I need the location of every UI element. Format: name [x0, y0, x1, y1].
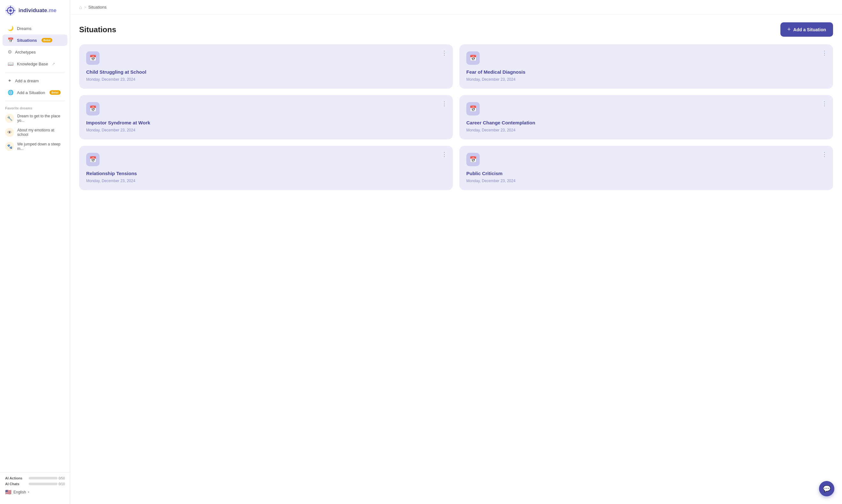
chevron-down-icon: ▾ [28, 490, 29, 494]
eye-icon: 👁 [5, 128, 14, 137]
ai-actions-progress-bar [29, 477, 57, 480]
add-situation-button-label: Add a Situation [793, 27, 826, 32]
card-menu-icon[interactable]: ⋮ [441, 151, 447, 157]
page-title: Situations [79, 25, 116, 34]
situation-card-4[interactable]: 📅 ⋮ Career Change Contemplation Monday, … [459, 95, 833, 139]
favorite-item-2[interactable]: 👁 About my emotions at school [0, 125, 70, 139]
add-dream-action[interactable]: ✦ Add a dream [3, 75, 67, 87]
language-selector[interactable]: 🇺🇸 English ▾ [5, 489, 65, 495]
ai-chats-value: 0/10 [59, 482, 65, 486]
card-date: Monday, December 23, 2024 [86, 77, 446, 82]
card-menu-icon[interactable]: ⋮ [822, 50, 827, 56]
situation-card-6[interactable]: 📅 ⋮ Public Criticism Monday, December 23… [459, 146, 833, 190]
archetypes-icon: ⚙ [8, 49, 12, 55]
plus-icon: + [787, 26, 791, 33]
ai-actions-label: AI Actions [5, 476, 22, 480]
sidebar-item-archetypes-label: Archetypes [15, 50, 36, 55]
add-situation-beta-badge: Beta! [50, 90, 60, 95]
card-date: Monday, December 23, 2024 [466, 128, 826, 132]
paw-icon: 🐾 [5, 142, 14, 151]
breadcrumb-separator: > [84, 5, 87, 10]
calendar-card-icon: 📅 [470, 105, 476, 112]
sidebar-item-dreams[interactable]: 🌙 Dreams [3, 23, 67, 34]
page-header: Situations + Add a Situation [79, 22, 833, 37]
situation-card-3[interactable]: 📅 ⋮ Impostor Syndrome at Work Monday, De… [79, 95, 453, 139]
main-content: ⌂ > Situations Situations + Add a Situat… [70, 0, 842, 504]
add-dream-label: Add a dream [15, 78, 39, 83]
favorites-section-label: Favorite dreams [0, 104, 70, 111]
ai-chats-label: AI Chats [5, 482, 19, 486]
calendar-card-icon: 📅 [89, 55, 97, 61]
calendar-icon: 📅 [8, 37, 14, 43]
add-situation-action[interactable]: 🌐 Add a Situation Beta! [3, 87, 67, 98]
card-icon-wrap: 📅 [466, 153, 480, 166]
calendar-card-icon: 📅 [470, 55, 476, 61]
favorite-item-1[interactable]: 🔧 Dream to get to the place yo... [0, 111, 70, 125]
book-icon: 📖 [8, 61, 14, 67]
card-title: Impostor Syndrome at Work [86, 120, 446, 125]
moon-icon: 🌙 [8, 25, 14, 31]
add-situation-label: Add a Situation [17, 90, 45, 95]
card-title: Relationship Tensions [86, 170, 446, 176]
card-date: Monday, December 23, 2024 [466, 77, 826, 82]
home-icon[interactable]: ⌂ [79, 4, 82, 10]
logo-text: individuate.me [18, 7, 56, 14]
card-menu-icon[interactable]: ⋮ [822, 101, 827, 107]
ai-chats-row: AI Chats 0/10 [5, 482, 65, 486]
sidebar-item-archetypes[interactable]: ⚙ Archetypes [3, 46, 67, 58]
favorite-item-1-label: Dream to get to the place yo... [17, 114, 65, 123]
calendar-card-icon: 📅 [470, 156, 476, 163]
flag-icon: 🇺🇸 [5, 489, 12, 495]
card-icon-wrap: 📅 [466, 102, 480, 115]
card-icon-wrap: 📅 [466, 51, 480, 65]
sidebar-bottom: AI Actions 0/50 AI Chats 0/10 🇺🇸 English… [0, 472, 70, 499]
card-icon-wrap: 📅 [86, 153, 100, 166]
language-label: English [13, 490, 26, 494]
logo[interactable]: individuate.me [0, 5, 70, 22]
breadcrumb-current: Situations [88, 5, 107, 10]
sidebar-item-knowledge-base[interactable]: 📖 Knowledge Base ↗ [3, 58, 67, 70]
beta-badge: Beta! [41, 38, 53, 42]
ai-chats-progress-bar [29, 483, 57, 485]
favorite-item-2-label: About my emotions at school [17, 128, 65, 137]
card-title: Child Struggling at School [86, 69, 446, 75]
sidebar-item-situations[interactable]: 📅 Situations Beta! [3, 34, 67, 46]
card-date: Monday, December 23, 2024 [466, 179, 826, 183]
card-date: Monday, December 23, 2024 [86, 179, 446, 183]
add-dream-icon: ✦ [8, 78, 12, 84]
chat-fab[interactable]: 💬 [819, 481, 834, 496]
sidebar-item-knowledge-base-label: Knowledge Base [17, 61, 48, 66]
situation-card-2[interactable]: 📅 ⋮ Fear of Medical Diagnosis Monday, De… [459, 44, 833, 89]
card-icon-wrap: 📅 [86, 102, 100, 115]
ai-actions-value: 0/50 [59, 476, 65, 480]
sidebar-item-situations-label: Situations [17, 38, 37, 43]
card-menu-icon[interactable]: ⋮ [822, 151, 827, 157]
nav-divider [5, 72, 65, 72]
chat-icon: 💬 [823, 485, 831, 492]
external-link-icon: ↗ [52, 62, 55, 66]
wrench-icon: 🔧 [5, 114, 14, 123]
situation-card-5[interactable]: 📅 ⋮ Relationship Tensions Monday, Decemb… [79, 146, 453, 190]
favorites-divider [5, 101, 65, 101]
sidebar-item-dreams-label: Dreams [17, 26, 32, 31]
favorite-item-3[interactable]: 🐾 We jumped down a steep m... [0, 139, 70, 154]
card-menu-icon[interactable]: ⋮ [441, 50, 447, 56]
content-area: Situations + Add a Situation 📅 ⋮ Child S… [70, 15, 842, 198]
calendar-card-icon: 📅 [89, 156, 97, 163]
card-title: Career Change Contemplation [466, 120, 826, 125]
card-title: Public Criticism [466, 170, 826, 176]
logo-icon [5, 5, 16, 16]
situation-card-1[interactable]: 📅 ⋮ Child Struggling at School Monday, D… [79, 44, 453, 89]
sidebar: individuate.me 🌙 Dreams 📅 Situations Bet… [0, 0, 70, 504]
favorite-item-3-label: We jumped down a steep m... [17, 142, 65, 151]
ai-actions-row: AI Actions 0/50 [5, 476, 65, 480]
nav-section: 🌙 Dreams 📅 Situations Beta! ⚙ Archetypes… [0, 22, 70, 472]
situations-grid: 📅 ⋮ Child Struggling at School Monday, D… [79, 44, 833, 190]
svg-point-2 [9, 9, 12, 12]
add-situation-button[interactable]: + Add a Situation [780, 22, 833, 37]
globe-icon: 🌐 [8, 90, 14, 95]
card-menu-icon[interactable]: ⋮ [441, 101, 447, 107]
card-icon-wrap: 📅 [86, 51, 100, 65]
breadcrumb: ⌂ > Situations [70, 0, 842, 15]
card-title: Fear of Medical Diagnosis [466, 69, 826, 75]
